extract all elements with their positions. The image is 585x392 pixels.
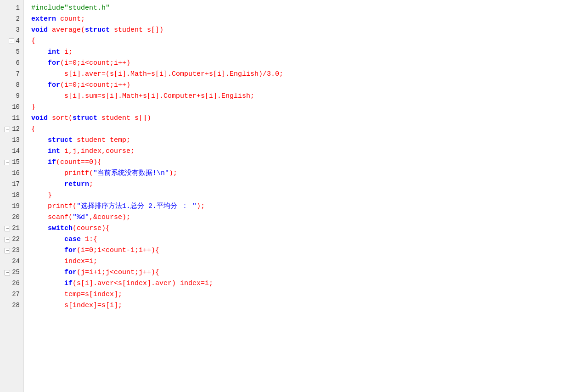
code-editor: 123−4567891011−121314−151617181920−21−22… (0, 0, 585, 392)
line-number: 1 (3, 3, 20, 14)
code-line: for(i=0;i<count;i++) (31, 80, 585, 91)
fold-icon[interactable]: − (5, 237, 10, 242)
code-line: struct student temp; (31, 135, 585, 146)
line-number: 24 (3, 256, 20, 267)
line-number: 17 (3, 179, 20, 190)
fold-icon[interactable]: − (9, 39, 14, 44)
code-line: { (31, 124, 585, 135)
code-line: for(i=0;i<count-1;i++){ (31, 245, 585, 256)
line-number: 13 (3, 135, 20, 146)
code-line: extern count; (31, 14, 585, 25)
line-number: 11 (3, 113, 20, 124)
line-number: 5 (3, 47, 20, 58)
line-number: −12 (3, 124, 20, 135)
code-line: if(s[i].aver<s[index].aver) index=i; (31, 278, 585, 289)
fold-icon[interactable]: − (5, 127, 10, 132)
line-number: −22 (3, 234, 20, 245)
code-line: for(i=0;i<count;i++) (31, 58, 585, 69)
line-number: 14 (3, 146, 20, 157)
code-line: index=i; (31, 256, 585, 267)
line-number: 16 (3, 168, 20, 179)
code-line: #include"student.h" (31, 3, 585, 14)
code-line: void average(struct student s[]) (31, 25, 585, 36)
code-line: } (31, 102, 585, 113)
fold-icon[interactable]: − (5, 226, 10, 231)
line-number: −15 (3, 157, 20, 168)
line-numbers: 123−4567891011−121314−151617181920−21−22… (0, 0, 24, 392)
line-number: 10 (3, 102, 20, 113)
line-number: 28 (3, 300, 20, 311)
line-number: 26 (3, 278, 20, 289)
line-number: 19 (3, 201, 20, 212)
line-number: 9 (3, 91, 20, 102)
code-line: s[index]=s[i]; (31, 300, 585, 311)
code-line: } (31, 190, 585, 201)
line-number: −23 (3, 245, 20, 256)
line-number: 3 (3, 25, 20, 36)
code-line: int i,j,index,course; (31, 146, 585, 157)
code-line: case 1:{ (31, 234, 585, 245)
line-number: 18 (3, 190, 20, 201)
code-line: printf("当前系统没有数据!\n"); (31, 168, 585, 179)
code-line: { (31, 36, 585, 47)
line-number: −4 (3, 36, 20, 47)
code-line: s[i].aver=(s[i].Math+s[i].Computer+s[i].… (31, 69, 585, 80)
line-number: −25 (3, 267, 20, 278)
line-number: 2 (3, 14, 20, 25)
fold-icon[interactable]: − (5, 248, 10, 253)
line-number: −21 (3, 223, 20, 234)
code-content: #include"student.h"extern count;void ave… (24, 0, 585, 392)
code-line: int i; (31, 47, 585, 58)
fold-icon[interactable]: − (5, 160, 10, 165)
line-number: 7 (3, 69, 20, 80)
code-line: scanf("%d",&course); (31, 212, 585, 223)
code-line: void sort(struct student s[]) (31, 113, 585, 124)
code-line: switch(course){ (31, 223, 585, 234)
code-line: printf("选择排序方法1.总分 2.平均分 ： "); (31, 201, 585, 212)
code-line: temp=s[index]; (31, 289, 585, 300)
code-line: for(j=i+1;j<count;j++){ (31, 267, 585, 278)
line-number: 27 (3, 289, 20, 300)
fold-icon[interactable]: − (5, 270, 10, 275)
line-number: 20 (3, 212, 20, 223)
code-line: s[i].sum=s[i].Math+s[i].Computer+s[i].En… (31, 91, 585, 102)
code-line: return; (31, 179, 585, 190)
code-line: if(count==0){ (31, 157, 585, 168)
line-number: 6 (3, 58, 20, 69)
line-number: 8 (3, 80, 20, 91)
